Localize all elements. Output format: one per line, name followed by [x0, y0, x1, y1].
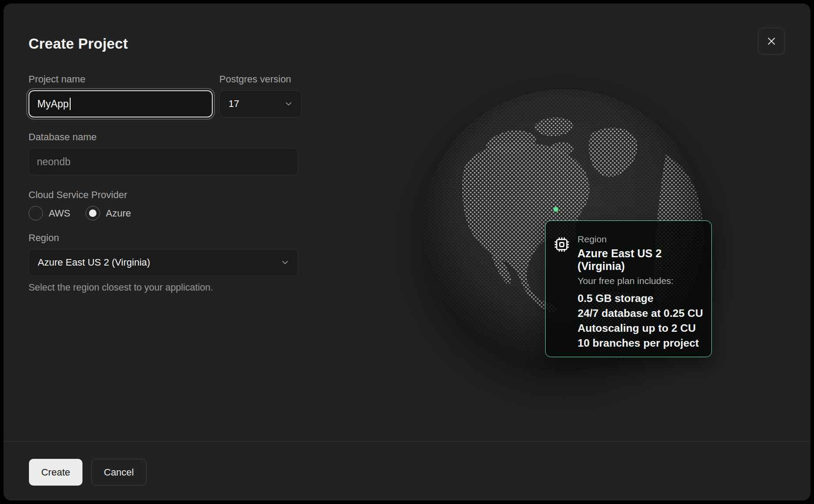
- region-label: Region: [29, 232, 59, 244]
- radio-aws[interactable]: [29, 206, 43, 220]
- database-name-input[interactable]: neondb: [29, 148, 298, 175]
- radio-azure[interactable]: [86, 206, 100, 220]
- create-project-modal: Create Project Project name MyApp Postgr…: [4, 4, 810, 500]
- region-info-card: Region Azure East US 2 (Virginia) Your f…: [545, 220, 712, 357]
- card-feature: 10 branches per project: [578, 336, 703, 351]
- project-name-value: MyApp: [37, 98, 69, 110]
- region-marker-dot: [553, 207, 558, 212]
- project-name-input[interactable]: MyApp: [29, 90, 213, 117]
- footer-divider: [4, 441, 810, 442]
- chevron-down-icon: [284, 99, 293, 109]
- region-select[interactable]: Azure East US 2 (Virginia): [29, 249, 298, 276]
- database-name-label: Database name: [29, 131, 96, 143]
- database-name-placeholder: neondb: [37, 156, 71, 168]
- radio-azure-label[interactable]: Azure: [106, 208, 131, 219]
- close-icon: [765, 35, 778, 47]
- card-region-title: Azure East US 2 (Virginia): [578, 247, 711, 273]
- card-feature: 24/7 database at 0.25 CU: [578, 306, 703, 321]
- cloud-provider-label: Cloud Service Provider: [29, 189, 127, 201]
- close-button[interactable]: [758, 28, 785, 55]
- card-feature: 0.5 GB storage: [578, 291, 703, 306]
- radio-aws-label[interactable]: AWS: [49, 208, 70, 219]
- create-button[interactable]: Create: [29, 459, 82, 486]
- region-helper-text: Select the region closest to your applic…: [29, 282, 213, 293]
- card-feature-list: 0.5 GB storage 24/7 database at 0.25 CU …: [578, 291, 703, 351]
- postgres-version-select[interactable]: 17: [219, 90, 302, 117]
- region-value: Azure East US 2 (Virginia): [38, 257, 150, 268]
- cloud-provider-radio-group: AWS Azure: [29, 206, 131, 220]
- card-plan-heading: Your free plan includes:: [578, 276, 674, 286]
- postgres-version-value: 17: [228, 98, 239, 110]
- text-cursor: [70, 98, 71, 110]
- project-name-label: Project name: [29, 74, 86, 85]
- cpu-chip-icon: [553, 236, 571, 253]
- card-feature: Autoscaling up to 2 CU: [578, 321, 703, 336]
- card-region-kicker: Region: [578, 234, 711, 245]
- cancel-button[interactable]: Cancel: [91, 459, 146, 486]
- page-title: Create Project: [29, 36, 128, 51]
- postgres-version-label: Postgres version: [219, 74, 291, 85]
- chevron-down-icon: [280, 258, 290, 267]
